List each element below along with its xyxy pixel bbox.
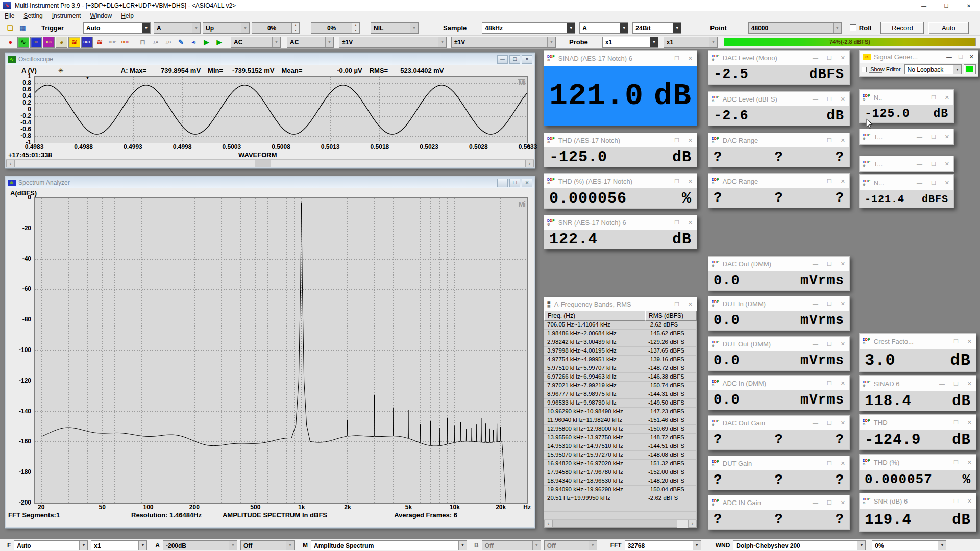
signal-generator-icon[interactable]: ≋ [68,37,80,48]
window-titlebar[interactable]: DDP⊕THD (%)—☐✕ [860,455,976,470]
table-row[interactable]: 19.94090 kHz~19.96290 kHz-150.04 dBFS [544,486,697,494]
mode-select[interactable]: Amplitude Spectrum ▼ [311,540,467,550]
minimize-button[interactable]: — [917,134,922,140]
close-button[interactable]: ✕ [688,219,693,226]
window-titlebar[interactable]: DDP⊕SINAD 6—☐✕ [860,376,976,391]
spectrum-titlebar[interactable]: ılı Spectrum Analyzer — ☐ ✕ [6,177,534,188]
sampling-bits-select[interactable]: 24Bit ▼ [632,22,681,34]
sampling-rate-select[interactable]: 48kHz ▼ [482,22,575,34]
table-row[interactable]: 20.51 Hz~19.99950 kHz-2.62 dBFS [544,494,697,503]
record-button[interactable]: Record [880,22,924,34]
maximize-button[interactable]: ☐ [953,338,959,345]
fft-size-select[interactable]: 32768 ▼ [625,540,701,550]
minimize-button[interactable]: — [917,180,922,186]
oscilloscope-icon[interactable]: ∿ [17,37,29,48]
minimize-button[interactable]: — [813,96,818,102]
b-ref-select[interactable]: Off ▼ [544,540,597,550]
sound-device-icon[interactable]: ◀) [188,37,200,48]
frequency-bands-titlebar[interactable]: ▦▦ A-Frequency Bands, RMS — ☐ ✕ [544,297,697,311]
chevron-down-icon[interactable]: ▼ [709,37,717,47]
auto-button[interactable]: Auto [928,22,969,34]
run-auto-icon[interactable]: ▶ [213,37,225,48]
table-row[interactable]: 3.97998 kHz~4.00195 kHz-137.65 dBFS [544,347,697,356]
close-button[interactable]: ✕ [945,180,949,186]
maximize-button[interactable]: ☐ [674,55,679,62]
trigger-hpf-select[interactable]: NIL ▼ [371,22,419,34]
minimize-button[interactable]: — [939,381,945,387]
maximize-button[interactable]: ☐ [958,54,963,60]
chevron-down-icon[interactable]: ▼ [953,65,961,74]
close-button[interactable]: ✕ [841,178,845,185]
chevron-down-icon[interactable]: ▼ [458,541,467,550]
ddp-viewer-icon[interactable]: DDP [107,37,118,48]
trigger-position-icon[interactable]: ▼ [85,76,89,80]
maximize-button[interactable]: ☐ [953,381,959,387]
close-button[interactable]: ✕ [841,420,845,427]
run-stop-icon[interactable]: ● [5,37,16,48]
table-row[interactable]: 14.95310 kHz~14.97510 kHz-144.51 dBFS [544,442,697,451]
freq-mult-select[interactable]: x1 ▼ [91,540,147,550]
open-icon[interactable]: ❏ [4,22,16,34]
chevron-down-icon[interactable]: ▼ [241,23,249,33]
window-titlebar[interactable]: DDP⊕N...—☐✕ [860,175,953,190]
scroll-left-icon[interactable]: ‹ [6,160,15,167]
close-button[interactable]: ✕ [841,460,845,467]
maximize-button[interactable]: ☐ [827,380,832,387]
run-icon[interactable]: ▶ [201,37,212,48]
close-button[interactable]: ✕ [958,0,980,11]
table-row[interactable]: 11.96040 kHz~11.98240 kHz-151.46 dBFS [544,416,697,425]
close-button[interactable]: ✕ [841,380,845,387]
spectrum-3d-plot-icon[interactable]: ◕ [56,37,67,48]
maximize-button[interactable]: ☐ [931,161,936,167]
chevron-down-icon[interactable]: ▼ [532,541,541,550]
chevron-down-icon[interactable]: ▼ [410,23,418,33]
window-function-select[interactable]: Dolph-Chebyshev 200 ▼ [733,540,866,550]
minimize-button[interactable]: — [939,419,945,425]
window-titlebar[interactable]: DDP⊕Crest Facto...—☐✕ [860,334,976,349]
chevron-down-icon[interactable]: ▼ [272,37,280,47]
chevron-down-icon[interactable]: ▼ [938,541,946,550]
zero-b-icon[interactable]: ⊥B [162,37,174,48]
close-button[interactable]: ✕ [945,94,949,101]
maximize-button[interactable]: ☐ [827,261,832,267]
minimize-button[interactable]: — [497,55,508,64]
maximize-button[interactable]: ☐ [509,55,520,64]
chevron-down-icon[interactable]: ▼ [693,541,701,550]
chevron-down-icon[interactable]: ▼ [138,541,146,550]
maximize-button[interactable]: ☐ [953,459,959,466]
probe-b-select[interactable]: x1 ▼ [664,37,718,48]
chevron-down-icon[interactable]: ▼ [673,23,681,33]
trigger-level-spinner[interactable]: 0% ▲▼ [252,22,300,34]
chevron-down-icon[interactable]: ▼ [325,37,333,47]
maximize-button[interactable]: ☐ [827,460,832,467]
maximize-button[interactable]: ☐ [931,94,936,101]
menu-item-window[interactable]: Window [85,12,116,19]
b-range-select[interactable]: Off ▼ [482,540,541,550]
a-range-select[interactable]: -200dB ▼ [163,540,237,550]
up-arrow-icon[interactable]: ▲ [352,23,359,28]
minimize-button[interactable]: — [946,54,952,60]
window-titlebar[interactable]: DDP⊕THD (%) (AES-17 Notch)—☐✕ [544,174,697,188]
maximize-button[interactable]: ☐ [827,499,832,506]
spectrum-analyzer-icon[interactable]: ılı [30,37,42,48]
generator-on-button[interactable] [964,64,976,74]
minimize-button[interactable]: — [813,261,818,267]
table-row[interactable]: 13.95560 kHz~13.97750 kHz-148.72 dBFS [544,434,697,442]
table-row[interactable] [544,503,697,512]
window-titlebar[interactable]: DDP⊕DAC Out Gain—☐✕ [708,416,849,430]
oscilloscope-titlebar[interactable]: ∿ Oscilloscope — ☐ ✕ [6,54,534,65]
window-titlebar[interactable]: DDP⊕DAC Range—☐✕ [708,133,849,147]
minimize-button[interactable]: — [660,178,666,184]
ddc-icon[interactable]: DDC [119,37,131,48]
down-arrow-icon[interactable]: ▼ [352,28,359,33]
close-button[interactable]: ✕ [967,498,972,505]
maximize-button[interactable]: ☐ [674,137,679,144]
window-titlebar[interactable]: DDP⊕DUT Out (DMM)—☐✕ [708,337,849,351]
chevron-down-icon[interactable]: ▼ [79,541,87,550]
menu-item-file[interactable]: File [0,12,19,19]
menu-item-help[interactable]: Help [116,12,138,19]
chevron-down-icon[interactable]: ▼ [857,541,865,550]
window-titlebar[interactable]: DDP⊕THD—☐✕ [860,415,976,430]
chevron-down-icon[interactable]: ▼ [650,37,658,47]
maximize-button[interactable]: ☐ [931,180,936,186]
